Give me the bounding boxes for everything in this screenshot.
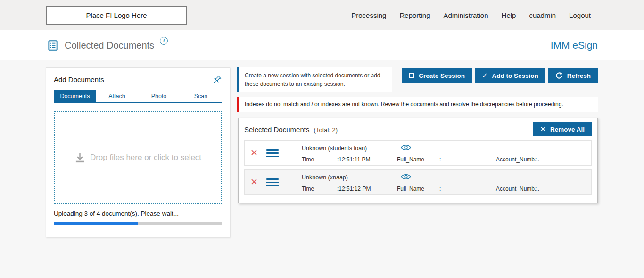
main-content: Add Documents Documents Attach Photo Sca…: [0, 60, 644, 278]
upload-progress-bar: [54, 222, 222, 225]
file-dropzone[interactable]: Drop files here or click to select: [54, 111, 222, 204]
tab-scan[interactable]: Scan: [180, 90, 222, 102]
check-icon: ✓: [482, 71, 488, 80]
session-info-text: Create a new session with selected docum…: [245, 72, 380, 87]
refresh-icon: [555, 72, 563, 79]
upload-progress-fill: [54, 222, 138, 225]
add-documents-title: Add Documents: [54, 76, 104, 84]
full-name-label: Full_Name: [397, 185, 424, 192]
brand-imm-esign: IMM eSign: [551, 30, 598, 60]
account-number-label: Account_Numb...: [496, 185, 539, 192]
nav-item-help[interactable]: Help: [502, 11, 516, 19]
page-header: Collected Documents i IMM eSign: [0, 30, 644, 60]
document-name: Unknown (students loan): [302, 145, 367, 152]
selected-documents-title-text: Selected Documents: [244, 126, 309, 134]
tab-attach[interactable]: Attach: [96, 90, 138, 102]
session-area: Create a new session with selected docum…: [237, 67, 598, 278]
selected-documents-title: Selected Documents (Total: 2): [244, 126, 338, 134]
remove-document-icon[interactable]: ✕: [250, 177, 258, 186]
preview-eye-icon[interactable]: [401, 173, 411, 182]
fi-logo-text: Place FI Logo Here: [86, 11, 147, 19]
time-value: :12:51:12 PM: [337, 185, 371, 192]
account-number-value: :: [535, 156, 537, 163]
account-number-label: Account_Numb...: [496, 156, 539, 163]
tab-photo[interactable]: Photo: [138, 90, 180, 102]
add-documents-tabs: Documents Attach Photo Scan: [54, 90, 222, 103]
full-name-value: :: [439, 185, 441, 192]
time-value: :12:51:11 PM: [337, 156, 371, 163]
page-title: Collected Documents: [65, 40, 154, 51]
remove-all-label: Remove All: [550, 126, 585, 133]
session-info-message: Create a new session with selected docum…: [237, 67, 392, 92]
fi-logo-placeholder: Place FI Logo Here: [46, 6, 187, 25]
dropzone-text: Drop files here or click to select: [90, 153, 201, 162]
collected-documents-icon: [47, 39, 59, 51]
time-label: Time: [302, 156, 314, 163]
imm-esign-app: Place FI Logo Here Processing Reporting …: [0, 0, 644, 278]
nav-item-reporting[interactable]: Reporting: [399, 11, 430, 19]
document-name: Unknown (xnaap): [302, 174, 348, 181]
tab-documents[interactable]: Documents: [54, 90, 96, 102]
selected-documents-total: (Total: 2): [314, 126, 338, 134]
document-row-2: ✕ Unknown (xnaap) Time :12:51:12 PM Full…: [244, 169, 592, 195]
add-documents-header: Add Documents: [54, 75, 222, 84]
nav-item-logout[interactable]: Logout: [569, 11, 591, 19]
document-rows: ✕ Unknown (students loan) Time :12:51:11…: [239, 140, 597, 195]
upload-status-text: Uploading 3 of 4 document(s). Please wai…: [54, 210, 222, 217]
nav-item-administration[interactable]: Administration: [444, 11, 488, 19]
nav-item-processing[interactable]: Processing: [351, 11, 386, 19]
create-session-label: Create Session: [419, 72, 465, 79]
page-title-group: Collected Documents i: [47, 30, 168, 60]
document-row-1: ✕ Unknown (students loan) Time :12:51:11…: [244, 140, 592, 166]
refresh-label: Refresh: [567, 72, 591, 79]
refresh-button[interactable]: Refresh: [548, 68, 598, 83]
upload-download-icon: [74, 153, 85, 163]
remove-document-icon[interactable]: ✕: [250, 148, 258, 157]
top-bar: Place FI Logo Here Processing Reporting …: [0, 0, 644, 30]
info-icon[interactable]: i: [160, 37, 168, 45]
nav-item-user-cuadmin[interactable]: cuadmin: [529, 11, 556, 19]
drag-handle-icon[interactable]: [266, 149, 279, 157]
add-to-session-label: Add to Session: [492, 72, 538, 79]
remove-all-button[interactable]: ✕ Remove All: [533, 122, 592, 136]
selected-documents-header: Selected Documents (Total: 2) ✕ Remove A…: [239, 118, 597, 140]
time-label: Time: [302, 185, 314, 192]
account-number-value: :: [535, 185, 537, 192]
add-to-session-button[interactable]: ✓ Add to Session: [475, 68, 545, 83]
create-session-button[interactable]: Create Session: [402, 68, 472, 83]
top-nav: Processing Reporting Administration Help…: [351, 0, 591, 30]
preview-eye-icon[interactable]: [401, 144, 411, 153]
full-name-label: Full_Name: [397, 156, 424, 163]
pin-icon[interactable]: [213, 75, 222, 84]
remove-all-x-icon: ✕: [540, 125, 546, 134]
add-documents-panel: Add Documents Documents Attach Photo Sca…: [46, 67, 230, 237]
error-message: Indexes do not match and / or indexes ar…: [237, 97, 598, 112]
session-action-buttons: Create Session ✓ Add to Session Refresh: [402, 68, 598, 83]
full-name-value: :: [439, 156, 441, 163]
selected-documents-panel: Selected Documents (Total: 2) ✕ Remove A…: [238, 118, 598, 203]
error-text: Indexes do not match and / or indexes ar…: [245, 101, 563, 108]
drag-handle-icon[interactable]: [266, 178, 279, 186]
create-session-square-icon: [409, 73, 414, 78]
